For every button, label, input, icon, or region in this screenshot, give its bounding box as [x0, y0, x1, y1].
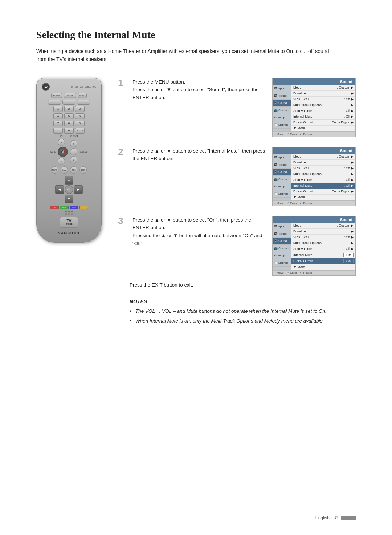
sidebar2-setup: ⚙Setup: [273, 183, 291, 190]
btn-dnet[interactable]: D-Net: [70, 206, 78, 209]
menu3-row-eq: Equalizer▶: [291, 229, 355, 235]
btn-chlist[interactable]: CHLIST: [60, 206, 69, 209]
sidebar-input: 🖼Input: [273, 85, 291, 92]
menu-row-do: Digital Output: Dolby Digital ▶: [291, 120, 355, 126]
ch-down[interactable]: ∨: [70, 156, 77, 163]
nav-up[interactable]: ▲: [65, 176, 73, 185]
menu-row-av: Auto Volume: Off ▶: [291, 108, 355, 114]
num-dash[interactable]: –: [53, 128, 63, 134]
num-row-2: 4 5 6: [42, 113, 96, 119]
pre-ch-button[interactable]: PRE Ch: [75, 128, 85, 134]
num-5[interactable]: 5: [64, 113, 74, 119]
menu3-row-mto: Multi-Track Options▶: [291, 240, 355, 246]
step-2-number: 2: [118, 147, 127, 157]
notes-title: NOTES: [130, 299, 356, 304]
sidebar-picture: 🖼Picture: [273, 92, 291, 100]
vol-ch-label-row: VOL CH/PAGE: [42, 135, 96, 137]
nav-empty-tl: [55, 176, 64, 185]
input-button[interactable]: Input: [61, 166, 68, 174]
dot-4: [65, 213, 67, 215]
menu3-row-do: Digital Output On: [291, 258, 355, 264]
menu-row-srs: SRS TSXT: Off ▶: [291, 97, 355, 102]
num-4[interactable]: 4: [53, 113, 63, 119]
sidebar2-channel: 📺Channel: [273, 176, 291, 183]
num-6[interactable]: 6: [75, 113, 85, 119]
tv-menu-3-header: Sound: [273, 216, 355, 223]
num-0[interactable]: 0: [64, 128, 74, 134]
menu-button[interactable]: MENU: [51, 166, 58, 174]
vol-controls: ＋ 🔇 －: [58, 139, 68, 165]
tvguide-button[interactable]: TV Guide: [64, 93, 76, 98]
num-2[interactable]: 2: [64, 106, 74, 112]
sidebar-setup: ⚙Setup: [273, 114, 291, 121]
page: Selecting the Internal Mute When using a…: [0, 0, 392, 349]
menu2-row-do: Digital Output: Dolby Digital ▶: [291, 189, 355, 195]
sidebar-listings: 📋Listings: [273, 121, 291, 129]
remote-top-row: ⏻ TV STB VCR CABLE DVD: [42, 83, 96, 91]
mute-button[interactable]: 🔇: [58, 147, 68, 157]
tv-menu-1-main: Mode: Custom ▶ Equalizer▶ SRS TSXT: Off …: [291, 85, 355, 131]
tv-guide-box[interactable]: TV GUIDE: [60, 217, 78, 228]
num-7[interactable]: 7: [53, 121, 63, 126]
step-1-number: 1: [118, 78, 127, 88]
vol-down[interactable]: －: [58, 158, 65, 165]
num-9[interactable]: 9: [75, 121, 85, 126]
num-1[interactable]: 1: [53, 106, 63, 112]
ch-label: CH/PAGE: [70, 135, 78, 137]
footer-text: English - 83: [315, 515, 338, 520]
exit-button[interactable]: EXIT: [79, 166, 87, 174]
tv-menu-2-body: 🖼Input 🖼Picture 🔊Sound 📺Channel ⚙Setup 📋…: [273, 154, 355, 200]
step-2: 2 Press the ▲ or ▼ button to select "Int…: [118, 147, 356, 206]
menu2-row-srs: SRS TSXT: Off ▶: [291, 166, 355, 171]
sidebar2-listings: 📋Listings: [273, 190, 291, 198]
btn-fav[interactable]: FAV: [50, 206, 59, 209]
antenna-button[interactable]: ANTENNA: [51, 93, 62, 98]
sidebar2-picture: 🖼Picture: [273, 161, 291, 169]
step-1-content: Press the MENU button. Press the ▲ or ▼ …: [132, 78, 356, 137]
nav-down[interactable]: ▼: [65, 195, 73, 203]
tv-menu-2-sidebar: 🖼Input 🖼Picture 🔊Sound 📺Channel ⚙Setup 📋…: [273, 154, 291, 200]
source-label: SOURCE: [79, 151, 87, 153]
num-row-1: 1 2 3: [42, 106, 96, 112]
tv-menu-1-footer: ♦ Move ↵ Enter ↩ Return: [273, 131, 355, 137]
vol-label: VOL: [60, 135, 63, 137]
nav-right[interactable]: ▶: [74, 185, 83, 194]
tv-menu-3-sidebar: 🖼Input 🖼Picture 🔊Sound 📺Channel ⚙Setup 📋…: [273, 223, 291, 270]
num-8[interactable]: 8: [64, 121, 74, 126]
nav-enter[interactable]: ENTER: [65, 185, 73, 194]
nav-left[interactable]: ◀: [55, 185, 64, 194]
num-3[interactable]: 3: [75, 106, 85, 112]
menu2-row-av: Auto Volume: Off ▶: [291, 177, 355, 183]
dot-2: [68, 211, 70, 212]
tv-menu-3-footer: ♦ Move ↵ Enter ↩ Return: [273, 270, 355, 275]
ch-mid[interactable]: [70, 148, 77, 155]
info-button[interactable]: INFO: [70, 166, 77, 174]
antenna-row: ANTENNA TV Guide MODE: [42, 93, 96, 98]
step-3: 3 Press the ▲ or ▼ button to select "On"…: [118, 216, 356, 276]
menu2-row-im: Internal Mute: Off ▶: [291, 183, 355, 189]
dot-5: [68, 213, 70, 215]
power-button[interactable]: ⏻: [42, 83, 50, 91]
vol-up[interactable]: ＋: [58, 139, 65, 146]
ch-up[interactable]: ∧: [70, 140, 77, 147]
nav-empty-tr: [74, 176, 83, 185]
num-row-4: – 0 PRE Ch: [42, 128, 96, 134]
btn-rf[interactable]: RF: [79, 206, 88, 209]
tv-menu-1-body: 🖼Input 🖼Picture 🔊Sound 📺Channel ⚙Setup 📋…: [273, 85, 355, 131]
tv-menu-3-main: Mode: Custom ▶ Equalizer▶ SRS TSXT: Off …: [291, 223, 355, 270]
menu-row-more: ▼ More: [291, 126, 355, 131]
menu-row-mode: Mode: Custom ▶: [291, 85, 355, 91]
tv-menu-3-body: 🖼Input 🖼Picture 🔊Sound 📺Channel ⚙Setup 📋…: [273, 223, 355, 270]
blank-btn-1[interactable]: [48, 100, 61, 105]
blank-btn-3[interactable]: [77, 100, 90, 105]
menu3-row-more: ▼ More: [291, 264, 355, 270]
step-3-number: 3: [118, 216, 127, 226]
tv-menu-1: Sound 🖼Input 🖼Picture 🔊Sound 📺Channel ⚙S…: [272, 78, 356, 137]
page-title: Selecting the Internal Mute: [36, 29, 356, 41]
menu-row-eq: Equalizer▶: [291, 91, 355, 97]
step-2-text: Press the ▲ or ▼ button to select "Inter…: [132, 147, 266, 163]
sidebar3-input: 🖼Input: [273, 223, 291, 230]
menu2-row-mode: Mode: Custom ▶: [291, 154, 355, 160]
blank-btn-2[interactable]: [62, 100, 75, 105]
mode-button[interactable]: MODE: [78, 93, 87, 98]
